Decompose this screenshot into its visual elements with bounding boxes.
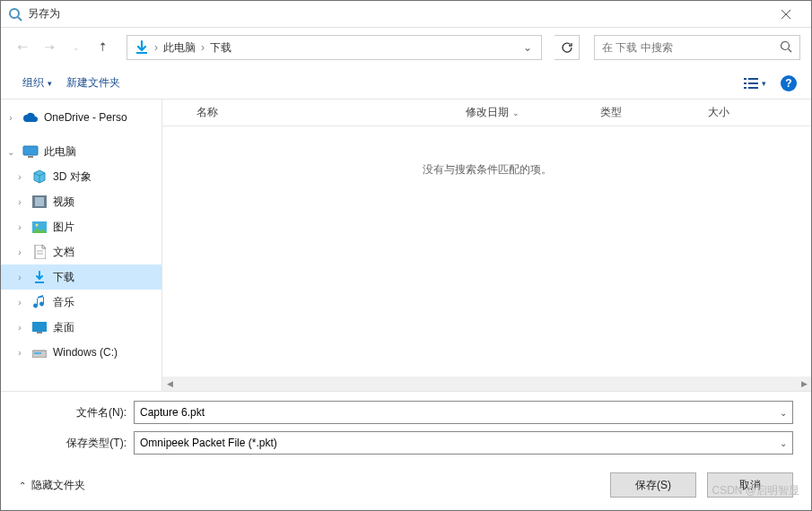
- footer-form: 文件名(N): ⌄ 保存类型(T): Omnipeek Packet File …: [1, 391, 811, 463]
- tree-item-cdrive[interactable]: › Windows (C:): [1, 340, 162, 365]
- tree-label: 图片: [53, 220, 74, 235]
- tree-item-downloads[interactable]: › 下载: [1, 264, 162, 290]
- chevron-right-icon[interactable]: ›: [199, 41, 206, 54]
- filename-row: 文件名(N): ⌄: [19, 401, 793, 424]
- column-header-size[interactable]: 大小: [701, 105, 764, 120]
- tree-label: Windows (C:): [53, 346, 118, 359]
- action-row: ⌃ 隐藏文件夹 保存(S) 取消: [1, 463, 811, 510]
- address-dropdown[interactable]: ⌄: [518, 41, 537, 54]
- chevron-up-icon: ⌃: [19, 481, 26, 490]
- column-header-date[interactable]: 修改日期 ⌄: [458, 105, 593, 120]
- nav-tree[interactable]: › OneDrive - Perso ⌄ 此电脑 › 3D 对象 › 视频 › …: [1, 100, 162, 391]
- save-button[interactable]: 保存(S): [610, 472, 696, 498]
- tree-item-onedrive[interactable]: › OneDrive - Perso: [1, 105, 162, 130]
- filetype-value: Omnipeek Packet File (*.pkt): [140, 437, 277, 449]
- svg-rect-25: [34, 352, 41, 354]
- cloud-icon: [22, 109, 39, 126]
- column-header-type[interactable]: 类型: [593, 105, 701, 120]
- filetype-row: 保存类型(T): Omnipeek Packet File (*.pkt) ⌄: [19, 431, 793, 455]
- breadcrumb-downloads[interactable]: 下载: [206, 40, 235, 56]
- search-icon[interactable]: [780, 40, 792, 56]
- tree-label: 此电脑: [44, 144, 76, 160]
- scrollbar-track[interactable]: [177, 377, 797, 391]
- column-header-date-label: 修改日期: [466, 105, 509, 120]
- svg-rect-22: [32, 322, 47, 332]
- filename-input-wrapper[interactable]: ⌄: [134, 401, 793, 424]
- chevron-down-icon[interactable]: ⌄: [780, 408, 787, 418]
- filename-input[interactable]: [140, 406, 780, 419]
- tree-item-pictures[interactable]: › 图片: [1, 214, 162, 239]
- chevron-right-icon[interactable]: ›: [13, 323, 26, 333]
- music-icon: [31, 294, 48, 310]
- svg-rect-23: [37, 332, 42, 333]
- svg-point-5: [781, 41, 790, 49]
- scroll-right-icon[interactable]: ▶: [797, 377, 811, 391]
- picture-icon: [31, 219, 48, 235]
- document-icon: [31, 244, 48, 260]
- tree-item-music[interactable]: › 音乐: [1, 290, 162, 315]
- svg-point-18: [36, 223, 39, 226]
- up-button[interactable]: 🠑: [92, 37, 114, 58]
- search-input[interactable]: [602, 41, 780, 54]
- column-headers: 名称 修改日期 ⌄ 类型 大小: [162, 100, 811, 126]
- tree-label: OneDrive - Perso: [44, 111, 127, 124]
- tree-label: 文档: [53, 245, 74, 260]
- chevron-down-icon: ▾: [762, 79, 766, 88]
- cancel-button[interactable]: 取消: [707, 472, 793, 498]
- file-list-body[interactable]: 没有与搜索条件匹配的项。: [162, 126, 811, 377]
- svg-rect-7: [744, 78, 747, 80]
- help-button[interactable]: ?: [781, 75, 797, 91]
- chevron-right-icon[interactable]: ›: [13, 222, 26, 232]
- computer-icon: [22, 143, 39, 160]
- newfolder-button[interactable]: 新建文件夹: [59, 72, 127, 94]
- empty-message: 没有与搜索条件匹配的项。: [162, 126, 811, 213]
- back-button[interactable]: 🠐: [12, 37, 33, 58]
- tree-label: 视频: [53, 195, 74, 210]
- column-header-name[interactable]: 名称: [189, 105, 458, 120]
- drive-icon: [31, 344, 48, 360]
- chevron-right-icon[interactable]: ›: [13, 273, 26, 282]
- app-icon: [8, 7, 22, 22]
- hide-folders-link[interactable]: ⌃ 隐藏文件夹: [19, 478, 85, 493]
- chevron-right-icon[interactable]: ›: [13, 197, 26, 207]
- nav-bar: 🠐 🠒 ⌄ 🠑 › 此电脑 › 下载 ⌄: [1, 28, 811, 67]
- tree-item-documents[interactable]: › 文档: [1, 239, 162, 264]
- close-button[interactable]: [768, 2, 804, 27]
- tree-item-thispc[interactable]: ⌄ 此电脑: [1, 139, 162, 164]
- cube-icon: [31, 169, 48, 185]
- filetype-select[interactable]: Omnipeek Packet File (*.pkt) ⌄: [134, 431, 793, 455]
- recent-dropdown[interactable]: ⌄: [65, 37, 87, 58]
- tree-item-3dobjects[interactable]: › 3D 对象: [1, 164, 162, 189]
- chevron-right-icon[interactable]: ›: [13, 172, 26, 182]
- chevron-right-icon[interactable]: ›: [4, 113, 17, 123]
- tree-item-desktop[interactable]: › 桌面: [1, 315, 162, 340]
- organize-button[interactable]: 组织 ▾: [15, 72, 59, 94]
- breadcrumb-thispc[interactable]: 此电脑: [160, 40, 199, 56]
- horizontal-scrollbar[interactable]: ◀ ▶: [162, 377, 811, 391]
- forward-button[interactable]: 🠒: [39, 37, 60, 58]
- chevron-right-icon[interactable]: ›: [13, 298, 26, 307]
- tree-item-videos[interactable]: › 视频: [1, 189, 162, 214]
- downloads-icon: [31, 269, 48, 285]
- chevron-right-icon[interactable]: ›: [13, 247, 26, 257]
- toolbar: 组织 ▾ 新建文件夹 ▾ ?: [1, 67, 811, 100]
- refresh-button[interactable]: [554, 35, 580, 60]
- chevron-down-icon[interactable]: ⌄: [780, 438, 787, 448]
- tree-label: 桌面: [53, 320, 74, 335]
- svg-rect-21: [35, 281, 44, 283]
- organize-label: 组织: [22, 75, 44, 91]
- scroll-left-icon[interactable]: ◀: [162, 377, 177, 391]
- address-bar[interactable]: › 此电脑 › 下载 ⌄: [127, 35, 542, 60]
- chevron-right-icon[interactable]: ›: [13, 348, 26, 358]
- svg-rect-14: [28, 156, 33, 158]
- svg-rect-8: [748, 78, 758, 80]
- view-options-button[interactable]: ▾: [740, 74, 770, 93]
- chevron-right-icon[interactable]: ›: [153, 41, 160, 54]
- chevron-down-icon: ▾: [48, 79, 52, 88]
- svg-rect-12: [748, 87, 758, 89]
- downloads-folder-icon: [131, 37, 153, 58]
- tree-label: 下载: [53, 270, 74, 285]
- chevron-down-icon[interactable]: ⌄: [4, 147, 17, 157]
- search-box[interactable]: [594, 35, 800, 60]
- svg-rect-11: [744, 87, 747, 89]
